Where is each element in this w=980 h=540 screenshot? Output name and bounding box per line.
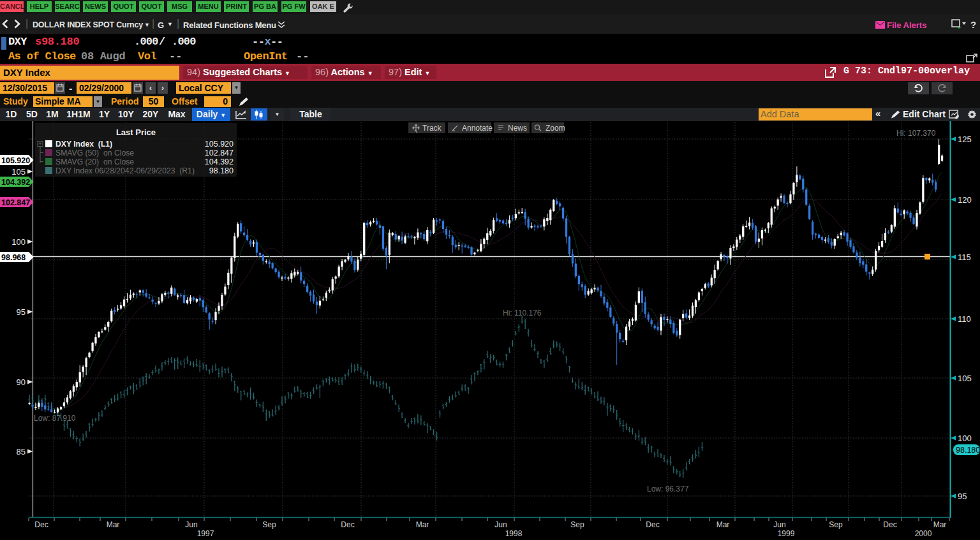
svg-text:104.392: 104.392: [1, 178, 30, 187]
svg-text:105.920: 105.920: [205, 140, 234, 149]
svg-text:Hi: 110.176: Hi: 110.176: [503, 309, 542, 317]
svg-text:DXY Index (L1): DXY Index (L1): [56, 140, 112, 149]
svg-text:Sep: Sep: [262, 520, 276, 529]
svg-text:News: News: [508, 124, 527, 133]
svg-text:102.847: 102.847: [1, 198, 30, 207]
svg-text:SMAVG (20) on Close: SMAVG (20) on Close: [56, 157, 134, 166]
svg-text:105.920: 105.920: [1, 156, 30, 165]
svg-text:98.180: 98.180: [956, 446, 980, 455]
svg-text:100: 100: [11, 237, 26, 247]
svg-text:125: 125: [958, 135, 972, 144]
svg-text:2000: 2000: [915, 529, 932, 538]
svg-text:100: 100: [958, 434, 972, 443]
svg-text:Sep: Sep: [570, 520, 584, 529]
svg-text:95: 95: [17, 307, 26, 317]
svg-text:Dec: Dec: [34, 520, 48, 529]
svg-text:Dec: Dec: [341, 520, 354, 529]
svg-text:1998: 1998: [505, 529, 523, 538]
svg-text:Zoom: Zoom: [546, 124, 565, 133]
svg-text:DXY Index 06/28/2042-06/29/202: DXY Index 06/28/2042-06/29/2023 (R1): [56, 166, 195, 175]
svg-text:Last Price: Last Price: [116, 128, 156, 137]
svg-text:Mar: Mar: [933, 520, 947, 529]
svg-text:104.392: 104.392: [205, 157, 234, 166]
svg-text:Mar: Mar: [716, 520, 730, 529]
svg-text:Dec: Dec: [883, 520, 896, 529]
svg-text:98.180: 98.180: [209, 166, 234, 175]
svg-text:Sep: Sep: [829, 520, 843, 529]
svg-text:102.847: 102.847: [205, 149, 234, 157]
svg-text:Low: 87.910: Low: 87.910: [34, 414, 76, 423]
svg-text:Jun: Jun: [494, 520, 507, 529]
svg-text:Low: 96.377: Low: 96.377: [647, 485, 689, 493]
svg-text:105: 105: [958, 374, 972, 383]
svg-text:110: 110: [958, 314, 971, 324]
svg-text:Mar: Mar: [416, 520, 429, 529]
svg-text:Annotate: Annotate: [462, 124, 493, 133]
svg-text:Mar: Mar: [107, 520, 120, 529]
svg-text:115: 115: [958, 252, 971, 262]
svg-text:85: 85: [17, 447, 26, 456]
svg-text:Dec: Dec: [646, 520, 659, 529]
svg-text:90: 90: [17, 377, 26, 387]
svg-text:105: 105: [11, 167, 26, 177]
svg-text:Track: Track: [422, 124, 442, 133]
svg-text:95: 95: [958, 492, 967, 501]
svg-text:1997: 1997: [197, 529, 214, 538]
svg-text:Hi: 107.370: Hi: 107.370: [896, 129, 936, 138]
svg-text:SMAVG (50) on Close: SMAVG (50) on Close: [56, 149, 134, 157]
svg-text:120: 120: [958, 195, 972, 205]
svg-text:Jun: Jun: [185, 520, 197, 529]
svg-text:1999: 1999: [778, 529, 795, 538]
svg-text:98.968: 98.968: [1, 253, 26, 262]
svg-text:Jun: Jun: [773, 520, 785, 529]
